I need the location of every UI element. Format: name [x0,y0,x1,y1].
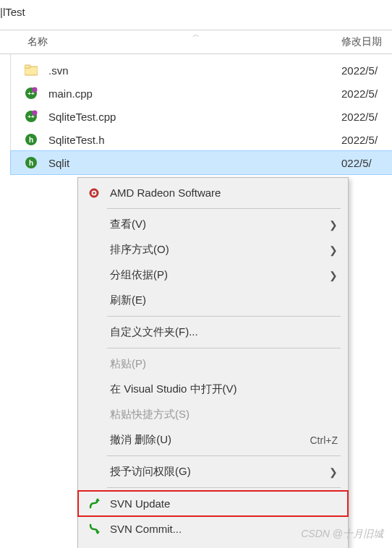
window-title: |lTest [0,0,392,22]
column-date-header[interactable]: 修改日期 [341,35,392,48]
menu-label: SVN Commit... [110,523,338,535]
menu-paste-shortcut: 粘贴快捷方式(S) [78,402,348,427]
svg-point-4 [33,87,38,93]
spacer-icon [85,294,103,308]
file-row-sqlitetest-h[interactable]: h SqliteTest.h 2022/5/ [11,128,392,151]
file-date: 2022/5/ [341,64,392,77]
menu-paste: 粘贴(P) [78,351,348,377]
menu-separator [107,316,341,317]
menu-svn-update[interactable]: SVN Update [78,491,348,516]
svg-marker-15 [95,531,100,534]
file-name: Sqlit [48,157,341,169]
menu-grant-access[interactable]: 授予访问权限(G) ❯ [78,459,348,484]
menu-separator [107,208,341,209]
spacer-icon [85,218,103,232]
file-name: SqliteTest.h [48,134,341,146]
spacer-icon [85,408,103,422]
spacer-icon [85,243,103,257]
file-row-svn[interactable]: .svn 2022/5/ [11,59,392,82]
svg-rect-1 [25,65,30,68]
file-date: 2022/5/ [341,87,392,100]
spacer-icon [85,465,103,479]
svg-point-13 [93,192,95,194]
spacer-icon [85,325,103,340]
file-date: 2022/5/ [341,134,392,146]
menu-label: SVN Update [110,497,338,510]
chevron-right-icon: ❯ [329,244,338,256]
menu-label: 排序方式(O) [110,243,325,257]
svg-marker-14 [95,498,100,501]
file-list: .svn 2022/5/ ++ main.cpp 2022/5/ ++ Sqli… [10,54,392,174]
file-name: SqliteTest.cpp [48,111,341,123]
file-name: main.cpp [48,87,341,100]
spacer-icon [85,433,103,448]
menu-label: 在 Visual Studio 中打开(V) [110,382,338,396]
svn-update-icon [85,497,103,511]
menu-customize-folder[interactable]: 自定义文件夹(F)... [78,320,348,345]
chevron-right-icon: ❯ [329,466,338,478]
svg-text:h: h [29,159,33,167]
menu-label: 撤消 删除(U) [110,433,310,447]
file-date: 022/5/ [341,157,392,169]
menu-undo-delete[interactable]: 撤消 删除(U) Ctrl+Z [78,427,348,453]
file-name: .svn [48,64,341,77]
cpp-icon: ++ [24,86,38,100]
menu-view[interactable]: 查看(V) ❯ [78,212,348,237]
file-row-sqlitetest-cpp[interactable]: ++ SqliteTest.cpp 2022/5/ [11,105,392,128]
file-row-sqlit[interactable]: h Sqlit 022/5/ [11,151,392,174]
chevron-right-icon: ❯ [329,270,338,281]
menu-label: 粘贴(P) [110,357,338,371]
menu-svn-commit[interactable]: SVN Commit... [78,516,348,541]
menu-refresh[interactable]: 刷新(E) [78,288,348,313]
menu-sort[interactable]: 排序方式(O) ❯ [78,237,348,262]
menu-separator [107,487,341,488]
h-icon: h [24,155,38,170]
menu-open-in-vs[interactable]: 在 Visual Studio 中打开(V) [78,377,348,402]
menu-label: AMD Radeon Software [110,187,338,199]
menu-separator [107,455,341,456]
menu-label: 自定义文件夹(F)... [110,325,338,339]
menu-shortcut: Ctrl+Z [310,434,338,446]
menu-amd[interactable]: AMD Radeon Software [78,180,348,205]
spacer-icon [85,268,103,283]
folder-icon [24,63,38,77]
sort-caret-icon: ︿ [192,30,200,40]
chevron-right-icon: ❯ [329,219,338,231]
spacer-icon [85,357,103,372]
spacer-icon [85,382,103,397]
menu-label: 刷新(E) [110,294,338,307]
menu-tortoisesvn[interactable]: TortoiseSVN ❯ [78,541,348,548]
menu-label: 粘贴快捷方式(S) [110,408,338,421]
menu-label: 分组依据(P) [110,268,325,282]
svn-commit-icon [85,522,103,536]
file-date: 2022/5/ [341,111,392,123]
menu-separator [107,348,341,348]
svg-text:h: h [29,136,33,144]
cpp-icon: ++ [24,109,38,124]
menu-group[interactable]: 分组依据(P) ❯ [78,262,348,288]
context-menu: AMD Radeon Software 查看(V) ❯ 排序方式(O) ❯ 分组… [77,177,349,548]
amd-icon [85,186,103,200]
menu-label: 授予访问权限(G) [110,465,325,479]
column-header-row[interactable]: ︿ 名称 修改日期 [0,30,392,53]
svg-point-7 [33,111,38,116]
menu-label: 查看(V) [110,218,325,231]
h-icon: h [24,132,38,147]
file-row-main-cpp[interactable]: ++ main.cpp 2022/5/ [11,82,392,105]
column-name-header[interactable]: 名称 [0,35,341,48]
